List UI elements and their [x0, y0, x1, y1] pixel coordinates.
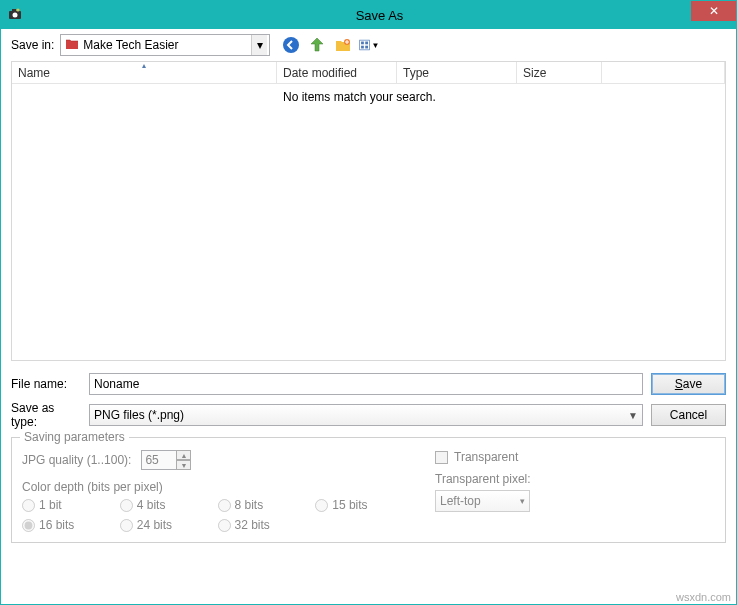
transparent-pixel-select: Left-top ▾ — [435, 490, 530, 512]
svg-rect-9 — [361, 46, 364, 49]
savetype-label: Save as type: — [11, 401, 81, 429]
transparent-checkbox — [435, 451, 448, 464]
jpg-quality-spinner[interactable]: ▲ ▼ — [141, 450, 191, 470]
list-header: Name ▴ Date modified Type Size — [12, 62, 725, 84]
column-type[interactable]: Type — [397, 62, 517, 83]
transparent-label: Transparent — [454, 450, 518, 464]
list-body[interactable]: No items match your search. — [12, 84, 725, 360]
app-icon — [7, 7, 23, 23]
column-date[interactable]: Date modified — [277, 62, 397, 83]
cancel-button[interactable]: Cancel — [651, 404, 726, 426]
depth-radio-24-bits: 24 bits — [120, 518, 200, 532]
folder-icon — [65, 37, 79, 54]
svg-rect-7 — [361, 42, 364, 45]
svg-rect-10 — [366, 46, 369, 49]
view-menu-button[interactable]: ▼ — [358, 34, 380, 56]
folder-name: Make Tech Easier — [83, 38, 178, 52]
toolbar: Save in: Make Tech Easier ▾ ▼ — [1, 29, 736, 61]
folder-select[interactable]: Make Tech Easier ▾ — [60, 34, 270, 56]
column-size[interactable]: Size — [517, 62, 602, 83]
svg-rect-8 — [366, 42, 369, 45]
window-title: Save As — [23, 8, 736, 23]
saving-parameters-legend: Saving parameters — [20, 430, 129, 444]
svg-point-4 — [283, 37, 299, 53]
nav-icons: ▼ — [280, 34, 380, 56]
jpg-quality-input — [141, 450, 177, 470]
save-in-label: Save in: — [11, 38, 54, 52]
up-button[interactable] — [306, 34, 328, 56]
svg-point-3 — [17, 9, 20, 12]
column-name[interactable]: Name ▴ — [12, 62, 277, 83]
saving-parameters-group: Saving parameters JPG quality (1..100): … — [11, 437, 726, 543]
color-depth-radios: 1 bit4 bits8 bits15 bits16 bits24 bits32… — [22, 498, 395, 532]
depth-radio-32-bits: 32 bits — [218, 518, 298, 532]
chevron-down-icon: ▾ — [520, 491, 525, 511]
filename-label: File name: — [11, 377, 81, 391]
titlebar: Save As ✕ — [1, 1, 736, 29]
chevron-down-icon: ▾ — [251, 35, 267, 55]
savetype-select[interactable] — [89, 404, 643, 426]
depth-radio-15-bits: 15 bits — [315, 498, 395, 512]
color-depth-label: Color depth (bits per pixel) — [22, 480, 395, 494]
depth-radio-16-bits: 16 bits — [22, 518, 102, 532]
spinner-up-icon: ▲ — [176, 450, 191, 460]
depth-radio-1-bit: 1 bit — [22, 498, 102, 512]
empty-message: No items match your search. — [283, 90, 436, 354]
close-button[interactable]: ✕ — [691, 1, 736, 21]
back-button[interactable] — [280, 34, 302, 56]
watermark: wsxdn.com — [676, 591, 731, 603]
spinner-down-icon: ▼ — [176, 460, 191, 470]
form-rows: File name: Save Save as type: ▼ Cancel — [11, 373, 726, 429]
column-spacer — [602, 62, 725, 83]
chevron-down-icon: ▼ — [371, 41, 379, 50]
svg-rect-2 — [12, 9, 16, 12]
depth-radio-8-bits: 8 bits — [218, 498, 298, 512]
filename-input[interactable] — [89, 373, 643, 395]
svg-point-1 — [13, 13, 18, 18]
transparent-pixel-label: Transparent pixel: — [435, 472, 715, 486]
file-list: Name ▴ Date modified Type Size No items … — [11, 61, 726, 361]
save-button[interactable]: Save — [651, 373, 726, 395]
jpg-quality-label: JPG quality (1..100): — [22, 453, 131, 467]
depth-radio-4-bits: 4 bits — [120, 498, 200, 512]
sort-ascending-icon: ▴ — [142, 61, 146, 70]
new-folder-button[interactable] — [332, 34, 354, 56]
